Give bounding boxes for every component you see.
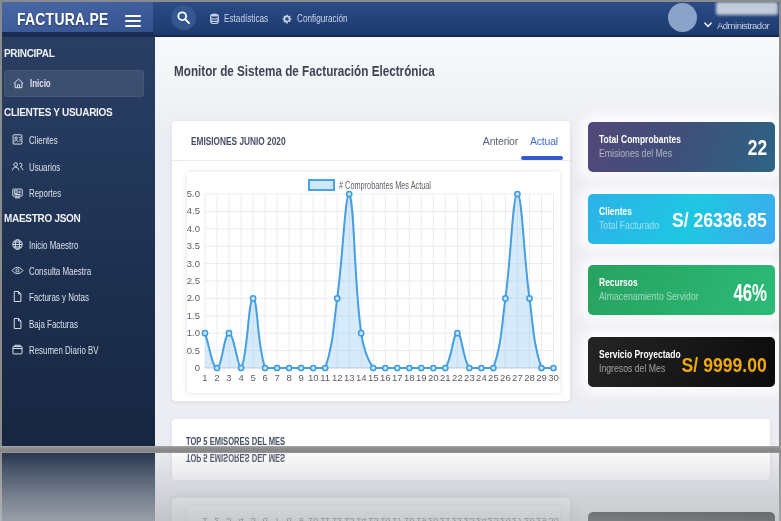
svg-text:3.0: 3.0	[187, 258, 200, 269]
svg-text:18: 18	[404, 372, 415, 383]
svg-text:7: 7	[274, 372, 279, 383]
svg-text:0.5: 0.5	[187, 345, 200, 356]
svg-text:2: 2	[214, 372, 219, 383]
svg-text:15: 15	[368, 372, 379, 383]
svg-text:4.5: 4.5	[187, 205, 200, 216]
svg-text:5.0: 5.0	[187, 188, 200, 199]
svg-text:1: 1	[202, 372, 207, 383]
svg-text:17: 17	[392, 372, 403, 383]
svg-text:22: 22	[452, 372, 463, 383]
svg-text:5: 5	[250, 372, 255, 383]
svg-text:24: 24	[476, 372, 487, 383]
svg-text:21: 21	[440, 372, 451, 383]
svg-text:3.5: 3.5	[187, 240, 200, 251]
svg-text:13: 13	[344, 372, 355, 383]
svg-text:1.0: 1.0	[187, 327, 200, 338]
svg-text:8: 8	[286, 372, 291, 383]
svg-text:25: 25	[488, 372, 499, 383]
svg-text:19: 19	[416, 372, 427, 383]
svg-text:27: 27	[512, 372, 523, 383]
svg-text:0: 0	[195, 362, 200, 373]
svg-text:12: 12	[332, 372, 343, 383]
svg-text:1.5: 1.5	[187, 310, 200, 321]
svg-text:30: 30	[548, 372, 559, 383]
svg-text:23: 23	[464, 372, 475, 383]
svg-text:4.0: 4.0	[187, 223, 200, 234]
svg-text:3: 3	[226, 372, 231, 383]
svg-text:20: 20	[428, 372, 439, 383]
svg-text:14: 14	[356, 372, 367, 383]
svg-text:# Comprobantes Mes Actual: # Comprobantes Mes Actual	[339, 180, 431, 191]
svg-text:4: 4	[238, 372, 243, 383]
svg-text:6: 6	[262, 372, 267, 383]
svg-text:29: 29	[536, 372, 547, 383]
svg-text:26: 26	[500, 372, 511, 383]
svg-text:2.5: 2.5	[187, 275, 200, 286]
svg-text:16: 16	[380, 372, 391, 383]
svg-text:11: 11	[320, 372, 330, 383]
svg-text:10: 10	[308, 372, 319, 383]
svg-text:2.0: 2.0	[187, 292, 200, 303]
svg-text:9: 9	[298, 372, 303, 383]
svg-text:28: 28	[524, 372, 535, 383]
